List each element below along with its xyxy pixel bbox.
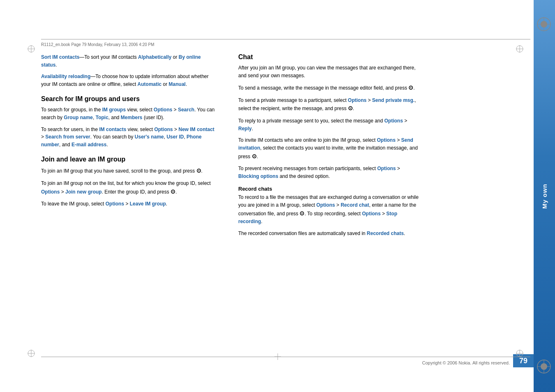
search-p2-t2: view, select <box>126 127 154 132</box>
chat-p5-t2: , select the contacts you want to invite… <box>238 145 418 159</box>
options-link4: Options <box>106 201 124 207</box>
deco-circle-bottom-right <box>536 359 552 376</box>
im-contacts-link: IM contacts <box>99 127 126 132</box>
chat-para6: To prevent receiving messages from certa… <box>238 165 419 180</box>
chat-p3-t1: To send a private message to a participa… <box>238 97 348 103</box>
gt9: > <box>396 166 400 171</box>
chat-para4: To reply to a private message sent to yo… <box>238 117 419 132</box>
search-section-heading: Search for IM groups and users <box>41 95 218 103</box>
gt7: > <box>403 118 407 124</box>
search-p1-t1: To search for groups, in the <box>41 107 102 113</box>
join-p2-t3: . <box>175 189 177 195</box>
circle-icon-5: ⊙ <box>252 153 257 159</box>
options-link5: Options <box>348 97 366 103</box>
right-column: Chat After you join an IM group, you can… <box>238 53 419 241</box>
period5: . <box>252 126 253 131</box>
comma1: , <box>93 115 96 120</box>
sort-im-contacts-link: Sort IM contacts <box>41 54 79 60</box>
chat-para1: After you join an IM group, you can view… <box>238 64 419 79</box>
email-address-link: E-mail address <box>71 142 106 148</box>
leave-im-group-link: Leave IM group <box>130 201 166 207</box>
chat-p6-t1: To prevent receiving messages from certa… <box>238 166 377 171</box>
gt3: > <box>41 134 45 140</box>
gt5: > <box>124 201 130 207</box>
circle-icon-2: ⊙ <box>170 188 175 195</box>
search-para2: To search for users, in the IM contacts … <box>41 126 218 149</box>
join-leave-heading: Join and leave an IM group <box>41 156 218 163</box>
left-column: Sort IM contacts—To sort your IM contact… <box>41 53 218 212</box>
search-p1-t4: , and <box>108 115 121 120</box>
right-tab: My own <box>534 0 555 392</box>
options-link10: Options <box>362 211 380 217</box>
avail-or: or <box>161 81 168 87</box>
search-from-server-link: Search from server <box>45 134 90 140</box>
availability-reloading-para: Availability reloading—To choose how to … <box>41 73 218 88</box>
period6: . <box>261 219 262 224</box>
record-chats-heading: Record chats <box>238 186 419 192</box>
crosshair-top-right <box>515 44 524 55</box>
options-link2: Options <box>154 127 173 132</box>
options-link6: Options <box>385 118 403 124</box>
chat-para3: To send a private message to a participa… <box>238 97 419 113</box>
copyright-text: Copyright © 2006 Nokia. All rights reser… <box>422 360 510 365</box>
gt1: > <box>172 107 178 113</box>
join-p1-t1: To join an IM group that you have saved,… <box>41 168 196 174</box>
reply-link: Reply <box>238 126 252 131</box>
search-link: Search <box>178 107 194 113</box>
group-name-link: Group name <box>64 115 93 120</box>
join-para1: To join an IM group that you have saved,… <box>41 166 218 175</box>
sort-im-dash: —To sort your IM contacts <box>79 54 138 60</box>
manual-link: Manual <box>169 81 186 87</box>
header-line: R1112_en.book Page 79 Monday, February 1… <box>41 39 530 47</box>
options-link7: Options <box>377 137 396 143</box>
center-bottom-mark <box>274 353 281 361</box>
join-para3: To leave the IM group, select Options > … <box>41 200 218 208</box>
record-chat-link: Record chat <box>341 202 369 208</box>
user-id-link: User ID <box>166 134 184 140</box>
options-link1: Options <box>154 107 172 113</box>
topic-link: Topic <box>96 115 108 120</box>
users-name-link: User's name <box>135 134 164 140</box>
crosshair-bottom-left <box>27 349 36 359</box>
header-text: R1112_en.book Page 79 Monday, February 1… <box>41 42 154 47</box>
chat-p5-t3: . <box>257 154 258 159</box>
availability-reloading-link: Availability reloading <box>41 74 90 79</box>
gt6: > <box>366 97 372 103</box>
alphabetically-link: Alphabetically <box>138 54 171 60</box>
period2: . <box>186 81 187 87</box>
period4: . <box>166 201 167 207</box>
join-para2: To join an IM group not on the list, but… <box>41 180 218 196</box>
chat-p2-t1: To send a message, write the message in … <box>238 85 408 91</box>
chat-heading: Chat <box>238 53 419 61</box>
crosshair-top-left <box>27 44 36 55</box>
options-link9: Options <box>316 202 335 208</box>
automatic-link: Automatic <box>138 81 162 87</box>
tab-label: My own <box>541 184 548 209</box>
new-im-contact-link: New IM contact <box>178 127 214 132</box>
members-link: Members <box>121 115 143 120</box>
im-groups-link: IM groups <box>102 107 126 113</box>
gt2: > <box>173 127 179 132</box>
sort-im-contacts-para: Sort IM contacts—To sort your IM contact… <box>41 53 218 69</box>
search-p1-t5: (user ID). <box>143 115 164 120</box>
bottom-line <box>41 357 530 357</box>
deco-circle-top-right <box>536 16 552 33</box>
period7: . <box>404 231 405 236</box>
chat-p5-t1: To invite IM contacts who are online to … <box>238 137 377 143</box>
search-p2-t1: To search for users, in the <box>41 127 99 132</box>
join-p2-t2: . Enter the group ID, and press <box>102 189 170 195</box>
page-container: My own 79 R1112_en.book Page 79 Monday, … <box>0 0 555 392</box>
period1: . <box>55 62 57 68</box>
circle-icon-3: ⊙ <box>408 84 413 91</box>
rec-p1-t3: . To stop recording, select <box>304 211 362 217</box>
search-para1: To search for groups, in the IM groups v… <box>41 106 218 121</box>
join-p2-t1: To join an IM group not on the list, but… <box>41 180 211 186</box>
crosshair-bottom-right <box>515 349 524 359</box>
circle-icon-4: ⊙ <box>348 105 353 111</box>
send-private-msg-link: Send private msg. <box>372 97 415 103</box>
gt4: > <box>60 189 65 195</box>
join-new-group-link: Join new group <box>65 189 102 195</box>
circle-icon-1: ⊙ <box>196 167 201 174</box>
or-text: or <box>171 54 178 60</box>
join-p3-t1: To leave the IM group, select <box>41 201 106 207</box>
